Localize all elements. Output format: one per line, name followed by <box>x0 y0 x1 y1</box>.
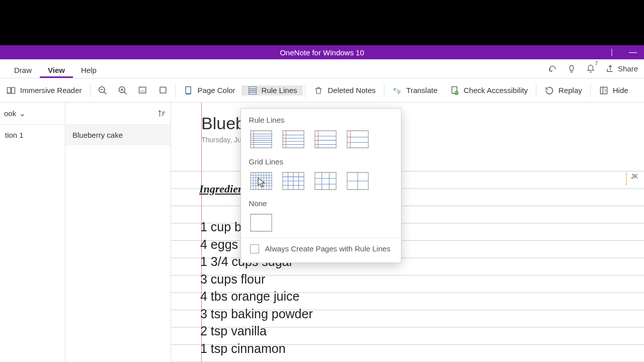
svg-line-2 <box>104 92 106 94</box>
rule-none-option[interactable] <box>250 214 272 232</box>
page-color-icon <box>184 85 194 96</box>
separator <box>536 83 536 98</box>
grid-medium-option[interactable] <box>282 172 304 190</box>
trash-icon <box>313 85 324 96</box>
hide-nav-button[interactable]: Hide <box>593 78 630 102</box>
title-bar: OneNote for Windows 10 | — <box>0 45 644 59</box>
svg-rect-12 <box>186 93 191 95</box>
separator <box>90 83 91 98</box>
separator <box>590 83 591 98</box>
hide-icon <box>599 85 609 96</box>
accessibility-icon <box>450 85 460 96</box>
lightbulb-icon[interactable] <box>566 63 578 75</box>
svg-text:100: 100 <box>140 89 145 92</box>
grid-large-option[interactable] <box>314 172 337 190</box>
rule-narrow-option[interactable] <box>250 130 272 148</box>
sort-icon <box>157 109 167 118</box>
always-rule-lines-toggle[interactable]: Always Create Pages with Rule Lines <box>241 238 401 255</box>
rule-lines-dropdown: Rule Lines Grid Lines <box>240 108 401 263</box>
device-bezel <box>0 0 644 45</box>
dd-rule-lines-label: Rule Lines <box>241 113 401 126</box>
bell-icon[interactable]: 7 <box>585 63 597 75</box>
minimize-button[interactable]: — <box>624 48 642 57</box>
svg-rect-71 <box>452 86 457 93</box>
author-tag: JK <box>626 173 638 185</box>
list-item[interactable]: 4 tbs orange juice <box>200 288 313 305</box>
separator <box>384 83 384 98</box>
section-item[interactable]: tion 1 <box>0 125 65 145</box>
immersive-reader-button[interactable]: Immersive Reader <box>0 78 88 102</box>
notebook-picker[interactable]: ook ⌄ <box>0 103 65 125</box>
checkbox-icon <box>250 244 259 253</box>
list-item[interactable]: 3 cups flour <box>200 270 313 288</box>
tab-view[interactable]: View <box>40 62 73 78</box>
separator <box>175 83 176 98</box>
page-list: Blueberry cake <box>65 103 171 362</box>
dd-none-label: None <box>241 196 401 210</box>
sync-icon[interactable] <box>546 63 558 75</box>
tabs-bar: Draw View Help 7 Share <box>0 59 644 78</box>
replay-icon <box>544 85 554 96</box>
rule-wide-option[interactable] <box>347 130 369 148</box>
list-item[interactable]: 1 tsp cinnamon <box>200 340 313 357</box>
app-title: OneNote for Windows 10 <box>280 48 364 57</box>
svg-point-0 <box>8 92 9 94</box>
separator <box>305 83 305 98</box>
zoom-out-button[interactable] <box>93 78 113 102</box>
page-item[interactable]: Blueberry cake <box>65 125 171 145</box>
grid-small-option[interactable] <box>250 172 272 190</box>
svg-line-5 <box>124 92 126 94</box>
chevron-down-icon: ⌄ <box>19 109 26 118</box>
zoom-in-button[interactable] <box>113 78 133 102</box>
translate-button[interactable]: a字 Translate <box>386 78 444 102</box>
rule-lines-button[interactable]: Rule Lines <box>242 85 303 96</box>
section-list: ook ⌄ tion 1 <box>0 103 65 362</box>
zoom-100-button[interactable]: 100 <box>133 78 153 102</box>
tab-draw[interactable]: Draw <box>6 62 40 78</box>
grid-xlarge-option[interactable] <box>347 172 369 190</box>
share-button[interactable]: Share <box>604 62 640 75</box>
replay-button[interactable]: Replay <box>538 78 588 102</box>
list-item[interactable]: 2 tsp vanilla <box>200 322 313 340</box>
notification-badge: 7 <box>595 61 598 66</box>
check-accessibility-button[interactable]: Check Accessibility <box>444 78 534 102</box>
translate-icon: a字 <box>392 85 403 96</box>
dd-grid-lines-label: Grid Lines <box>241 154 401 168</box>
page-width-button[interactable] <box>153 78 173 102</box>
page-sort-button[interactable] <box>65 103 171 125</box>
ribbon: Immersive Reader 100 Page Color Rule Lin… <box>0 78 644 103</box>
rule-standard-option[interactable] <box>314 130 337 148</box>
rule-lines-icon <box>248 85 258 96</box>
svg-rect-10 <box>160 87 166 93</box>
tab-help[interactable]: Help <box>73 62 105 78</box>
rule-college-option[interactable] <box>282 130 304 148</box>
svg-rect-11 <box>186 86 191 93</box>
svg-text:字: 字 <box>396 89 401 95</box>
svg-rect-68 <box>251 214 272 231</box>
svg-text:a: a <box>393 86 395 92</box>
svg-rect-60 <box>315 172 336 190</box>
caret-divider: | <box>603 48 621 57</box>
book-icon <box>6 85 16 96</box>
share-label: Share <box>618 64 638 73</box>
page-color-button[interactable]: Page Color <box>178 78 242 102</box>
list-item[interactable]: 3 tsp baking powder <box>200 305 313 323</box>
deleted-notes-button[interactable]: Deleted Notes <box>307 78 381 102</box>
